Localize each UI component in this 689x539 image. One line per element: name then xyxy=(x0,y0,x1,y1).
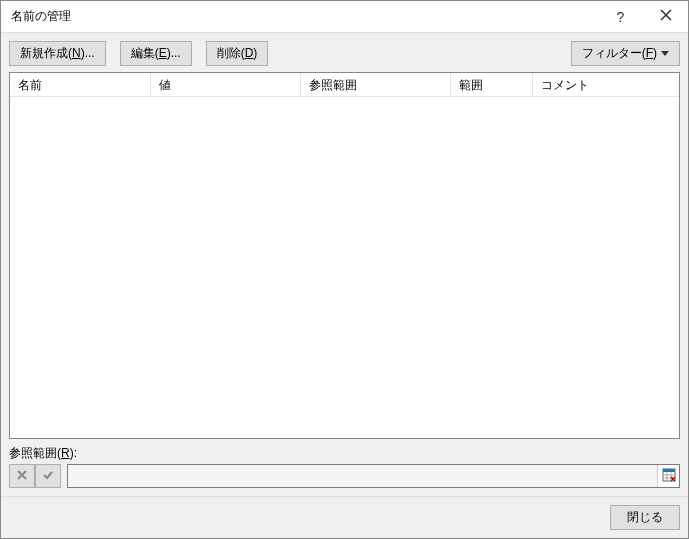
x-icon xyxy=(16,469,28,484)
titlebar: 名前の管理 ? xyxy=(1,1,688,33)
refersto-cancel-button[interactable] xyxy=(9,464,35,488)
refersto-input[interactable] xyxy=(68,465,657,487)
refersto-input-wrap xyxy=(67,464,680,488)
delete-button[interactable]: 削除(D) xyxy=(206,41,269,66)
refersto-accept-button[interactable] xyxy=(35,464,61,488)
name-manager-dialog: 名前の管理 ? 新規作成(N)... 編集(E)... 削除(D) フィルター(… xyxy=(0,0,689,539)
col-scope[interactable]: 範囲 xyxy=(451,73,533,96)
col-name[interactable]: 名前 xyxy=(10,73,151,96)
svg-rect-1 xyxy=(663,469,675,472)
filter-button[interactable]: フィルター(F) xyxy=(571,41,680,66)
spreadsheet-icon xyxy=(662,468,676,485)
chevron-down-icon xyxy=(661,51,669,56)
toolbar: 新規作成(N)... 編集(E)... 削除(D) フィルター(F) xyxy=(1,33,688,72)
col-comment[interactable]: コメント xyxy=(533,73,679,96)
names-list-body[interactable] xyxy=(10,97,679,438)
close-button[interactable]: 閉じる xyxy=(610,505,680,530)
names-list: 名前 値 参照範囲 範囲 コメント xyxy=(9,72,680,439)
help-button[interactable]: ? xyxy=(598,1,643,33)
refersto-label: 参照範囲(R): xyxy=(1,439,688,464)
col-refers[interactable]: 参照範囲 xyxy=(301,73,451,96)
column-headers: 名前 値 参照範囲 範囲 コメント xyxy=(10,73,679,97)
col-value[interactable]: 値 xyxy=(151,73,301,96)
edit-button[interactable]: 編集(E)... xyxy=(120,41,192,66)
window-title: 名前の管理 xyxy=(1,8,81,25)
close-window-button[interactable] xyxy=(643,1,688,33)
refersto-row xyxy=(1,464,688,496)
collapse-dialog-button[interactable] xyxy=(657,465,679,487)
new-button[interactable]: 新規作成(N)... xyxy=(9,41,106,66)
close-icon xyxy=(660,9,672,24)
footer: 閉じる xyxy=(1,496,688,538)
check-icon xyxy=(42,469,54,484)
